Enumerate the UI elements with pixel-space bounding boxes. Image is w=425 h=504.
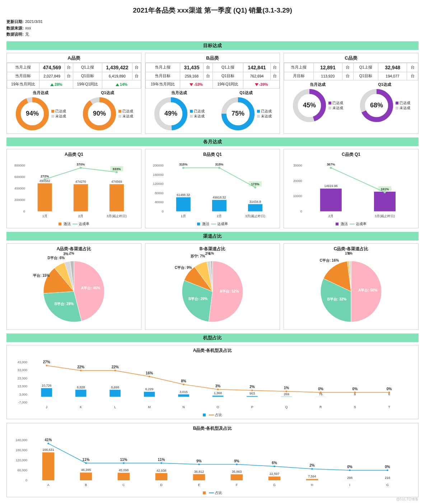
model-chart-1: B品类-各机型及占比060,000120,000180,000240,00016…: [6, 423, 419, 497]
kpi-header: B品类: [145, 54, 280, 63]
section-target: 目标达成: [6, 41, 419, 50]
svg-text:8,698: 8,698: [111, 386, 119, 389]
kpi-table: 当月上报31,435台Q1上报142,841台 当月目标259,168台Q1目标…: [145, 63, 280, 89]
svg-rect-109: [178, 394, 189, 397]
svg-rect-161: [118, 473, 130, 480]
svg-text:D平台: 6%: D平台: 6%: [47, 256, 65, 260]
svg-text:10,726: 10,726: [42, 384, 52, 387]
svg-text:60,000: 60,000: [17, 468, 27, 472]
svg-text:6,229: 6,229: [145, 387, 154, 391]
svg-text:3月(截止昨日): 3月(截止昨日): [245, 214, 265, 218]
svg-text:G: G: [386, 483, 389, 487]
svg-rect-101: [109, 390, 121, 397]
svg-point-31: [80, 167, 82, 169]
svg-rect-140: [149, 376, 150, 377]
svg-text:30000: 30000: [293, 164, 302, 167]
svg-text:298: 298: [347, 476, 352, 480]
svg-text:200000: 200000: [153, 164, 164, 167]
svg-rect-197: [199, 463, 200, 465]
svg-text:Q: Q: [285, 405, 288, 409]
svg-text:0%: 0%: [385, 465, 390, 469]
svg-text:31434.8: 31434.8: [249, 200, 261, 203]
svg-text:33,000: 33,000: [17, 368, 27, 372]
svg-text:315%: 315%: [179, 163, 187, 166]
svg-text:A平台: 46%: A平台: 46%: [81, 286, 100, 290]
svg-point-68: [330, 167, 332, 169]
svg-text:1月: 1月: [42, 214, 47, 218]
svg-text:M: M: [148, 405, 151, 409]
svg-rect-195: [123, 462, 125, 464]
svg-text:0: 0: [162, 209, 164, 213]
kpi-table: 当月上报12,891台Q1上报32,948台 月目标113,920台Q1目标19…: [284, 63, 418, 80]
svg-text:苏宁: 7%: 苏宁: 7%: [190, 254, 205, 258]
svg-rect-97: [75, 389, 87, 397]
svg-rect-193: [48, 443, 49, 444]
svg-rect-145: [320, 392, 321, 393]
svg-text:46,285: 46,285: [81, 468, 91, 472]
svg-text:1%: 1%: [284, 386, 289, 390]
page-title: 2021年各品类 xxx渠道 第一季度 (Q1) 销量(3.1-3.29): [6, 6, 419, 15]
pie-chart-1: B-各渠道占比A平台: 52%B平台: 29%C平台: 9%苏宁: 7%2%1%: [145, 243, 280, 330]
kpi-card-2: C品类 当月上报12,891台Q1上报32,948台 月目标113,920台Q1…: [284, 53, 419, 134]
svg-text:2月: 2月: [328, 214, 333, 218]
svg-text:0: 0: [23, 209, 25, 213]
svg-text:8,828: 8,828: [77, 385, 85, 389]
svg-rect-194: [85, 462, 87, 464]
svg-text:O: O: [216, 405, 219, 409]
svg-rect-20: [74, 184, 88, 211]
svg-text:2%: 2%: [249, 385, 255, 389]
svg-text:1,368: 1,368: [214, 391, 222, 395]
svg-text:800000: 800000: [14, 164, 25, 167]
monthly-chart-2: C品类 Q1010000200003000014919.962月12890.76…: [284, 149, 419, 228]
kpi-card-1: B品类 当月上报31,435台Q1上报142,841台 当月目标259,168台…: [145, 53, 280, 134]
svg-text:C: C: [122, 483, 125, 487]
svg-text:3月(截止昨日): 3月(截止昨日): [375, 214, 395, 218]
svg-rect-93: [41, 388, 52, 397]
kpi-header: C品类: [284, 54, 418, 63]
donut-current: 当月达成94%已达成未达成: [15, 90, 66, 131]
donut-q1: Q1达成90%已达成未达成: [82, 90, 133, 131]
svg-rect-200: [312, 468, 313, 470]
svg-text:43,000: 43,000: [17, 360, 27, 364]
svg-text:200000: 200000: [14, 198, 25, 202]
svg-text:P: P: [251, 405, 253, 409]
svg-rect-142: [217, 388, 219, 390]
svg-text:B平台: 28%: B平台: 28%: [55, 302, 74, 306]
svg-rect-173: [231, 474, 243, 480]
svg-text:2月: 2月: [217, 214, 222, 218]
donut-q1: Q1达成68%已达成未达成: [359, 82, 410, 123]
svg-rect-138: [80, 370, 81, 371]
svg-text:-7,000: -7,000: [18, 401, 27, 404]
kpi-header: A品类: [7, 54, 141, 63]
svg-rect-113: [212, 396, 224, 397]
svg-rect-181: [306, 479, 318, 480]
svg-rect-146: [354, 392, 356, 393]
svg-text:G: G: [273, 483, 276, 487]
svg-text:3%: 3%: [215, 384, 221, 388]
svg-text:80000: 80000: [155, 191, 164, 195]
svg-text:22%: 22%: [112, 365, 119, 369]
svg-text:E: E: [198, 483, 200, 487]
svg-rect-139: [115, 370, 116, 371]
svg-rect-137: [46, 365, 47, 366]
svg-text:D: D: [160, 483, 163, 487]
svg-rect-105: [144, 392, 155, 397]
donut-current: 当月达成49%已达成未达成: [153, 90, 205, 131]
svg-text:0: 0: [300, 209, 302, 213]
svg-text:35,863: 35,863: [232, 470, 242, 473]
monthly-chart-0: A品类 Q102000004000006000008000004905821月4…: [6, 149, 141, 228]
svg-rect-45: [248, 204, 262, 211]
svg-text:S: S: [354, 405, 356, 409]
svg-text:2%: 2%: [69, 252, 74, 255]
kpi-card-0: A品类 当月上报474,569台Q1上报1,439,422台 当月目标2,027…: [6, 53, 141, 134]
svg-rect-201: [349, 470, 351, 471]
svg-text:180,000: 180,000: [15, 448, 27, 452]
svg-text:1%: 1%: [209, 252, 214, 255]
svg-text:C平台: 9%: C平台: 9%: [175, 266, 192, 270]
meta-block: 更新日期:2021/3/31 数据来源:xxx 数据说明:无: [6, 19, 419, 38]
svg-point-53: [218, 167, 220, 169]
svg-text:A平台: 50%: A平台: 50%: [358, 288, 377, 292]
svg-text:370%: 370%: [76, 163, 85, 166]
svg-text:120000: 120000: [153, 182, 164, 186]
svg-text:2%: 2%: [309, 463, 315, 467]
